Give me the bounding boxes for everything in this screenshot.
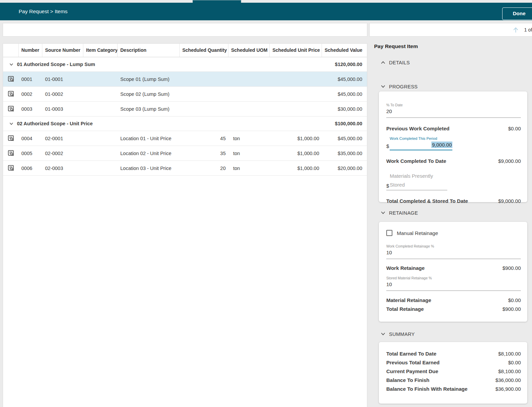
materials-presently-stored-placeholder: Materials Presently Stored [390, 172, 447, 190]
cell-scheduled-unit-price: $1,000.00 [270, 151, 322, 156]
progress-card: % To Date 20 Previous Work Completed $0.… [379, 91, 527, 202]
section-label: SUMMARY [389, 331, 415, 337]
col-header-scheduled-unit-price[interactable]: Scheduled Unit Price [270, 44, 322, 57]
table-row[interactable]: 0004 02-0001 Location 01 - Unit Price 45… [3, 131, 367, 146]
arrow-up-icon[interactable] [512, 26, 519, 34]
cell-scheduled-uom: ton [228, 151, 270, 156]
work-completed-to-date-value: $9,000.00 [498, 158, 521, 164]
balance-to-finish-with-retainage-value: $36,900.00 [495, 386, 521, 392]
col-header-scheduled-uom[interactable]: Scheduled UOM [228, 44, 270, 57]
currency-prefix: $ [386, 182, 389, 190]
table-header-row: Number Source Number Item Category Descr… [3, 44, 367, 57]
table-row[interactable]: 0006 02-0003 Location 03 - Unit Price 20… [3, 161, 367, 176]
stored-material-retainage-pct-field[interactable]: Stored Material Retainage % 10 [386, 276, 521, 291]
total-completed-stored-value: $9,000.00 [498, 198, 521, 204]
work-completed-retainage-pct-input[interactable]: 10 [386, 249, 521, 259]
pct-to-date-field[interactable]: % To Date 20 [386, 91, 521, 118]
pct-to-date-input[interactable]: 20 [386, 107, 521, 117]
section-progress[interactable]: PROGRESS [380, 84, 418, 89]
group-label: 02 Authorized Scope - Unit Price [17, 121, 93, 126]
work-completed-this-period-label: Work Completed This Period [390, 136, 521, 141]
item-detail-icon[interactable] [7, 76, 15, 83]
cell-description: Location 02 - Unit Price [118, 151, 180, 156]
group-row-lump-sum[interactable]: 01 Authorized Scope - Lump Sum $120,000.… [3, 57, 367, 72]
chevron-up-icon[interactable] [380, 60, 386, 65]
table-row[interactable]: 0005 02-0002 Location 02 - Unit Price 35… [3, 146, 367, 161]
toolbar [3, 23, 367, 37]
cell-source-number: 02-0002 [42, 151, 83, 156]
chevron-down-icon[interactable] [380, 210, 386, 216]
table-row[interactable]: 0002 01-0002 Scope 02 (Lump Sum) $45,000… [3, 87, 367, 102]
cell-description: Scope 01 (Lump Sum) [118, 77, 180, 82]
cell-scheduled-quantity: 45 [180, 136, 228, 141]
cell-source-number: 02-0003 [42, 166, 83, 171]
page-title: Pay Request Item [374, 43, 418, 49]
col-header-number[interactable]: Number [19, 44, 42, 57]
cell-scheduled-uom: ton [228, 136, 270, 141]
col-header-source-number[interactable]: Source Number [42, 44, 83, 57]
current-payment-due-value: $8,100.00 [498, 368, 521, 374]
cell-number: 0002 [19, 91, 42, 97]
cell-scheduled-value: $45,000.00 [322, 77, 367, 82]
section-details[interactable]: DETAILS [380, 60, 410, 65]
cell-number: 0004 [19, 136, 42, 141]
record-pager: 1 of 6 [369, 23, 532, 37]
group-label: 01 Authorized Scope - Lump Sum [17, 62, 95, 67]
work-completed-retainage-pct-label: Work Completed Retainage % [386, 244, 521, 249]
chevron-down-icon[interactable] [9, 121, 14, 126]
item-detail-icon[interactable] [7, 165, 15, 172]
cell-scheduled-unit-price: $1,000.00 [270, 166, 322, 171]
section-label: DETAILS [389, 60, 410, 65]
cell-scheduled-value: $30,000.00 [322, 106, 367, 112]
selected-text: 9,000.00 [431, 142, 452, 148]
cell-description: Scope 03 (Lump Sum) [118, 106, 180, 112]
col-header-scheduled-quantity[interactable]: Scheduled Quantity [180, 44, 228, 57]
col-header-description[interactable]: Description [118, 44, 180, 57]
stored-material-retainage-pct-input[interactable]: 10 [386, 280, 521, 291]
cell-scheduled-quantity: 35 [180, 151, 228, 156]
stored-material-retainage-pct-label: Stored Material Retainage % [386, 276, 521, 280]
section-retainage[interactable]: RETAINAGE [380, 210, 418, 216]
total-earned-to-date-value: $8,100.00 [498, 351, 521, 357]
breadcrumb[interactable]: Pay Request > Items [19, 3, 67, 20]
group-scheduled-value: $120,000.00 [335, 62, 367, 67]
cell-source-number: 01-0003 [42, 106, 83, 112]
work-completed-retainage-pct-field[interactable]: Work Completed Retainage % 10 [386, 244, 521, 259]
col-header-item-category[interactable]: Item Category [83, 44, 118, 57]
cell-source-number: 01-0002 [42, 91, 83, 97]
group-row-unit-price[interactable]: 02 Authorized Scope - Unit Price $100,00… [3, 116, 367, 131]
work-retainage-label: Work Retainage [386, 265, 425, 271]
item-detail-icon[interactable] [7, 90, 15, 98]
cell-scheduled-unit-price: $1,000.00 [270, 136, 322, 141]
pager-count: 1 of 6 [524, 27, 532, 33]
item-detail-icon[interactable] [7, 105, 15, 112]
cell-scheduled-value: $45,000.00 [322, 91, 367, 97]
material-retainage-value: $0.00 [508, 297, 521, 303]
section-label: PROGRESS [389, 84, 418, 89]
work-completed-this-period-input[interactable]: 9,000.00 [390, 141, 452, 150]
previous-total-earned-value: $0.00 [508, 360, 521, 365]
chevron-down-icon[interactable] [380, 331, 386, 337]
cell-number: 0005 [19, 151, 42, 156]
total-earned-to-date-label: Total Earned To Date [386, 351, 436, 357]
balance-to-finish-value: $36,000.00 [495, 377, 521, 383]
table-row[interactable]: 0001 01-0001 Scope 01 (Lump Sum) $45,000… [3, 72, 367, 87]
col-header-scheduled-value[interactable]: Scheduled Value [322, 44, 367, 57]
table-row[interactable]: 0003 01-0003 Scope 03 (Lump Sum) $30,000… [3, 102, 367, 116]
work-retainage-value: $900.00 [503, 265, 521, 271]
materials-presently-stored-field[interactable]: $ Materials Presently Stored [386, 172, 447, 190]
cell-source-number: 02-0001 [42, 136, 83, 141]
chevron-down-icon[interactable] [380, 84, 386, 89]
section-label: RETAINAGE [389, 210, 418, 216]
chevron-down-icon[interactable] [9, 62, 14, 67]
section-summary[interactable]: SUMMARY [380, 331, 415, 337]
balance-to-finish-with-retainage-label: Balance To Finish With Retainage [386, 386, 468, 392]
done-button[interactable]: Done [502, 7, 532, 20]
cell-description: Location 03 - Unit Price [118, 166, 180, 171]
summary-card: Total Earned To Date $8,100.00 Previous … [379, 342, 527, 404]
item-detail-icon[interactable] [7, 150, 15, 157]
currency-prefix: $ [386, 142, 389, 150]
item-detail-icon[interactable] [7, 135, 15, 142]
manual-retainage-checkbox[interactable] [386, 230, 392, 236]
app-header: Pay Request > Items Done [0, 3, 532, 20]
